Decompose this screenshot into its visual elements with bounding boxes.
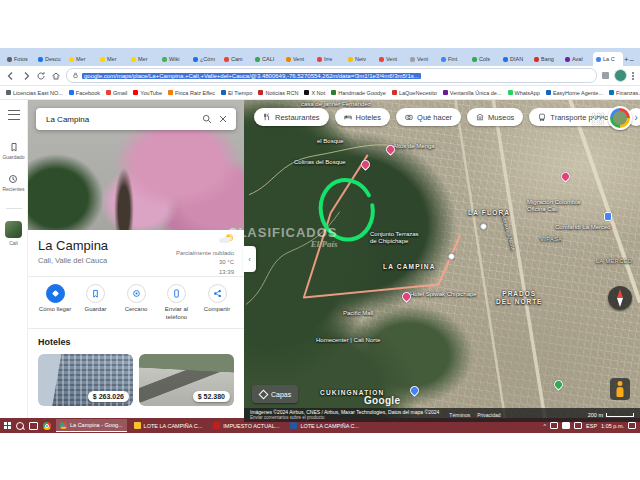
new-tab-button[interactable]: + [624,53,629,66]
map-canvas[interactable]: casa de janner Fernándezel BosqueColinas… [244,100,640,422]
panel-collapse-button[interactable]: ‹ [243,246,256,272]
task-view-icon[interactable] [29,422,38,430]
bookmark-item[interactable]: EasyHome Agente... [546,90,603,96]
forward-icon[interactable] [21,71,31,81]
browser-tab[interactable]: Neiv [345,52,375,66]
action-compartir[interactable]: Compartir [198,284,236,321]
bookmark-item[interactable]: YouTube [133,90,162,96]
tab-favicon [317,57,322,62]
google-apps-icon[interactable] [592,113,604,125]
bookmark-item[interactable]: Finanzas.com.co [609,90,640,96]
site-info-icon[interactable] [72,72,79,79]
bookmark-item[interactable]: WhatsApp [508,90,540,96]
battery-icon[interactable] [574,422,582,429]
browser-tab[interactable]: ¿Cóm [190,52,220,66]
word-icon [290,422,297,429]
tab-label: Mer [138,56,147,62]
bookmark-item[interactable]: X Not [304,90,325,96]
sidebar-item-recents[interactable]: Recientes [2,174,24,192]
bookmark-item[interactable]: Ventanilla Única de... [443,90,502,96]
bookmark-label: El Tiempo [228,90,252,96]
place-photo[interactable] [28,100,244,230]
layers-button[interactable]: Capas [252,385,298,403]
browser-tab[interactable]: DIAN [500,52,530,66]
language-indicator[interactable]: ESP [586,423,597,429]
browser-tab[interactable]: Cam [221,52,251,66]
browser-tab[interactable]: Mer [66,52,96,66]
attribution-link[interactable]: Términos [449,412,470,418]
browser-tab[interactable]: Fotos [4,52,34,66]
browser-tab[interactable]: Bang [531,52,561,66]
sidebar-item-saved[interactable]: Guardado [2,142,24,160]
map-chip[interactable]: Museos [467,108,523,126]
bookmark-item[interactable]: Finca Raiz Effec [168,90,215,96]
chrome-icon[interactable] [43,422,51,430]
map-chip[interactable]: Hoteles [335,108,390,126]
bookmark-item[interactable]: El Tiempo [221,90,252,96]
profile-avatar[interactable] [614,69,627,82]
browser-tab[interactable]: Vent [283,52,313,66]
poi-pin[interactable] [448,253,455,260]
bookmark-item[interactable]: Gmail [106,90,127,96]
browser-tab[interactable]: Mer [128,52,158,66]
search-input[interactable] [44,114,196,125]
hotel-card[interactable]: $ 52.380 [139,354,234,406]
account-avatar[interactable] [608,106,632,130]
browser-tab[interactable]: Cols [469,52,499,66]
network-icon[interactable] [550,422,558,429]
browser-tab[interactable]: Descu [35,52,65,66]
browser-tab[interactable]: Aval [562,52,592,66]
taskbar-search-icon[interactable] [16,422,24,430]
action-enviar-al-tel-fono[interactable]: Enviar al teléfono [158,284,196,321]
browser-tab[interactable]: Vent [407,52,437,66]
map-chip[interactable]: Qué hacer [396,108,461,126]
minimize-button[interactable]: – [630,56,634,63]
map-label: Altos de Menga [393,143,435,150]
action-c-mo-llegar[interactable]: Cómo llegar [36,284,74,321]
search-box[interactable] [36,108,236,130]
browser-tab[interactable]: Mer [97,52,127,66]
action-cercano[interactable]: Cercano [117,284,155,321]
close-icon[interactable] [218,114,228,124]
browser-tab[interactable]: Wiki [159,52,189,66]
browser-tab[interactable]: Fint [438,52,468,66]
home-icon[interactable] [51,71,61,81]
bookmark-favicon [546,90,551,95]
address-bar[interactable]: google.com/maps/place/La+Campina,+Cali,+… [66,68,597,83]
tray-expand-icon[interactable]: ^ [543,423,546,429]
shield-pin[interactable] [604,212,612,221]
volume-icon[interactable] [562,422,570,429]
action-guardar[interactable]: Guardar [77,284,115,321]
feedback-link[interactable]: Enviar comentarios sobre el producto [250,415,439,421]
compass-control[interactable] [608,286,632,310]
poi-pin[interactable] [480,223,487,230]
browser-tab[interactable]: Vent [376,52,406,66]
bookmark-item[interactable]: Handmade Goodye [331,90,386,96]
browser-menu-icon[interactable] [632,72,634,80]
attribution-link[interactable]: Privacidad [477,412,500,418]
map-chip[interactable]: Restaurantes [254,108,329,126]
browser-tab[interactable]: CALI [252,52,282,66]
notifications-icon[interactable] [628,422,636,429]
browser-tab[interactable]: Irre [314,52,344,66]
clock[interactable]: 1:05 p.m. [601,423,624,429]
bookmark-item[interactable]: LaQueNecesito [392,90,437,96]
map-label: el Bosque [317,138,344,145]
pegman-icon[interactable] [610,378,630,400]
browser-tab[interactable]: La C [593,52,623,66]
back-icon[interactable] [6,71,16,81]
menu-icon[interactable] [8,110,20,120]
map-label: Migración ColombiaOficina Cali [527,199,580,213]
bookmark-item[interactable]: Licencias East NO... [6,90,63,96]
bookmark-item[interactable]: Facebook [69,90,100,96]
search-icon[interactable] [202,114,212,124]
sidebar-item-cali[interactable]: Cali [5,221,22,246]
hotel-card[interactable]: $ 263.026 [38,354,133,406]
start-button[interactable] [4,422,11,429]
taskbar-window[interactable]: LOTE LA CAMPIÑA C... [130,419,207,432]
reload-icon[interactable] [36,71,46,81]
extensions-icon[interactable] [602,72,609,79]
bookmark-item[interactable]: Noticias RCN [258,90,298,96]
hotel-cards: $ 263.026$ 52.380 [38,354,234,406]
taskbar-window[interactable]: La Campina - Goog... [56,419,127,432]
